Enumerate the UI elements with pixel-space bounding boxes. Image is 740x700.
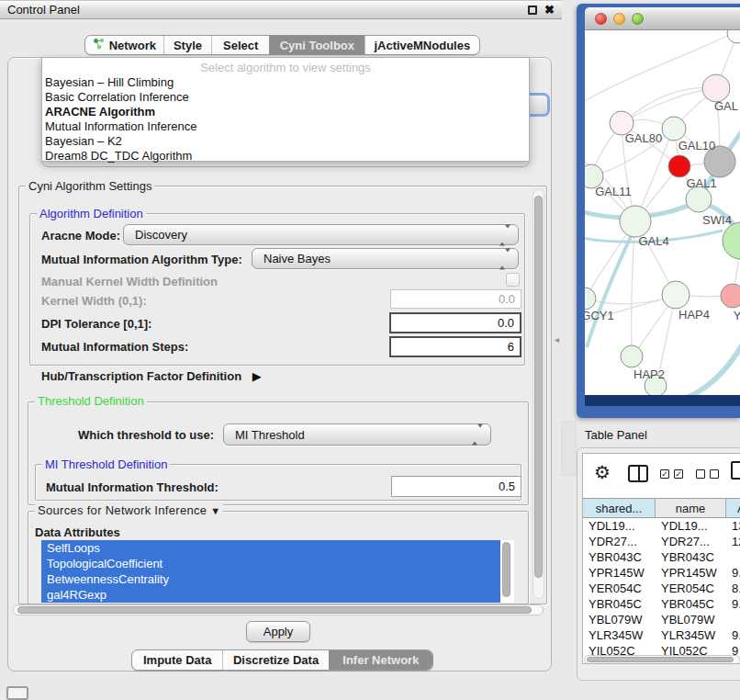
tab-cyni-toolbox[interactable]: Cyni Toolbox xyxy=(269,36,364,54)
tab-impute-data[interactable]: Impute Data xyxy=(132,650,222,670)
minimized-panel-icon[interactable] xyxy=(6,686,28,700)
attribute-item-topologicalcoefficient[interactable]: TopologicalCoefficient xyxy=(41,556,500,571)
table-row[interactable]: YER054CYER054C8. xyxy=(583,581,740,596)
document-icon[interactable] xyxy=(731,461,740,480)
combo-spinner-icon xyxy=(472,428,483,442)
algorithm-item-aracne-algorithm[interactable]: ARACNE Algorithm xyxy=(42,105,529,119)
table-row[interactable]: YDL19...YDL19...13 xyxy=(583,518,740,534)
table-cell: YIL052C xyxy=(589,643,656,655)
algorithm-list: Bayesian – Hill ClimbingBasic Correlatio… xyxy=(42,75,529,164)
network-window-titlebar[interactable] xyxy=(585,7,740,30)
column-header-name[interactable]: name xyxy=(656,498,726,518)
settings-scrollbar-thumb[interactable] xyxy=(534,196,543,578)
apply-button[interactable]: Apply xyxy=(246,621,310,642)
network-node[interactable] xyxy=(621,345,643,367)
unchecked-column-icon[interactable] xyxy=(710,469,719,479)
attribute-item-betweennesscentrality[interactable]: BetweennessCentrality xyxy=(41,571,500,587)
table-hscrollbar-track[interactable] xyxy=(584,655,740,664)
network-node[interactable] xyxy=(585,288,596,310)
algorithm-item-bayesian-hill-climbing[interactable]: Bayesian – Hill Climbing xyxy=(42,75,529,90)
minimize-traffic-light-icon[interactable] xyxy=(613,13,625,25)
tab-network[interactable]: Network xyxy=(85,36,163,54)
network-window: GALGAL80GAL10GAL1GAL11SWI4GAL4GCY1HAP4YH… xyxy=(577,4,740,418)
algorithm-item-bayesian-k2[interactable]: Bayesian – K2 xyxy=(42,134,529,149)
collapse-arrow-icon[interactable]: ▼ xyxy=(210,505,220,516)
table-hscrollbar-thumb[interactable] xyxy=(587,657,734,662)
table-cell: YLR345W xyxy=(589,627,656,643)
combo-spinner-icon xyxy=(499,228,510,242)
attributes-scrollbar-thumb[interactable] xyxy=(502,542,510,597)
kernel-width-field[interactable]: 0.0 xyxy=(390,289,521,309)
mi-type-label: Mutual Information Algorithm Type: xyxy=(41,253,242,266)
manual-kernel-checkbox[interactable] xyxy=(506,273,520,287)
settings-hscrollbar-track[interactable] xyxy=(13,604,544,615)
network-node-label: GAL10 xyxy=(678,139,715,152)
float-window-icon[interactable] xyxy=(528,6,537,15)
gear-icon[interactable]: ⚙ xyxy=(594,463,611,481)
algorithm-item-dream8-dc-tdc-algorithm[interactable]: Dream8 DC_TDC Algorithm xyxy=(42,149,529,164)
table-cell: YBL079W xyxy=(589,612,656,627)
unchecked-column-icon[interactable] xyxy=(696,469,705,479)
network-node[interactable] xyxy=(662,281,690,309)
mi-type-combo[interactable]: Naive Bayes xyxy=(252,248,519,269)
tab-discretize-data[interactable]: Discretize Data xyxy=(222,650,328,670)
table-cell: YDR27... xyxy=(589,534,656,549)
zoom-traffic-light-icon[interactable] xyxy=(632,13,644,25)
splitter-collapse-icon[interactable]: ◂ xyxy=(555,334,559,344)
tab-select[interactable]: Select xyxy=(211,36,269,54)
expand-arrow-icon[interactable]: ▶ xyxy=(252,369,262,383)
mi-steps-field[interactable]: 6 xyxy=(389,336,521,357)
network-node-label: GAL xyxy=(714,99,738,113)
network-node[interactable] xyxy=(668,155,690,177)
checked-column-icon[interactable]: ✓ xyxy=(674,469,683,479)
table-panel-title: Table Panel xyxy=(585,428,647,442)
table-cell: YBR043C xyxy=(661,549,726,565)
mi-threshold-field[interactable]: 0.5 xyxy=(391,476,521,497)
close-icon[interactable]: ✖ xyxy=(544,6,555,15)
network-edge xyxy=(663,333,740,395)
network-node[interactable] xyxy=(702,74,730,102)
aracne-mode-combo[interactable]: Discovery xyxy=(123,224,519,245)
network-node[interactable] xyxy=(721,284,740,308)
network-node[interactable] xyxy=(686,186,712,212)
hub-definition-row[interactable]: Hub/Transcription Factor Definition ▶ xyxy=(41,369,262,384)
which-threshold-combo[interactable]: MI Threshold xyxy=(223,423,491,446)
tab-style[interactable]: Style xyxy=(163,36,212,54)
table-row[interactable]: YPR145WYPR145W9. xyxy=(583,565,740,581)
network-edge xyxy=(587,225,636,347)
table-row[interactable]: YIL052CYIL052C9 xyxy=(583,643,740,655)
attribute-item-selfloops[interactable]: SelfLoops xyxy=(41,540,500,556)
algorithm-item-basic-correlation-inference[interactable]: Basic Correlation Inference xyxy=(42,90,529,105)
network-node[interactable] xyxy=(723,222,740,259)
network-node-label: GAL11 xyxy=(595,185,632,198)
column-header-a[interactable]: A xyxy=(726,498,740,518)
mi-threshold-label: Mutual Information Threshold: xyxy=(46,480,219,494)
tab-jactivemnodules[interactable]: jActiveMNodules xyxy=(364,36,479,54)
network-node[interactable] xyxy=(620,206,651,237)
network-canvas[interactable]: GALGAL80GAL10GAL1GAL11SWI4GAL4GCY1HAP4YH… xyxy=(585,30,740,395)
settings-scrollbar-track[interactable] xyxy=(533,189,544,599)
table-row[interactable]: YBR045CYBR045C9. xyxy=(583,596,740,612)
algorithm-item-mutual-information-inference[interactable]: Mutual Information Inference xyxy=(42,119,529,134)
attribute-item-gal4rgexp[interactable]: gal4RGexp xyxy=(41,587,500,603)
data-attributes-list: SelfLoopsTopologicalCoefficientBetweenne… xyxy=(41,540,514,603)
split-view-icon[interactable] xyxy=(628,465,648,482)
network-node[interactable] xyxy=(727,30,740,43)
network-node[interactable] xyxy=(662,117,686,141)
close-traffic-light-icon[interactable] xyxy=(595,13,607,25)
table-row[interactable]: YLR345WYLR345W9. xyxy=(583,627,740,643)
settings-hscrollbar-thumb[interactable] xyxy=(17,606,532,614)
network-window-bottom-bar xyxy=(585,395,740,406)
table-row[interactable]: YBL079WYBL079W xyxy=(583,612,740,627)
aracne-mode-value: Discovery xyxy=(135,228,187,242)
tab-label: Impute Data xyxy=(143,653,211,667)
tab-infer-network[interactable]: Infer Network xyxy=(329,650,432,670)
sources-title-text: Sources for Network Inference xyxy=(38,503,207,517)
table-row[interactable]: YBR043CYBR043C xyxy=(583,549,740,565)
table-row[interactable]: YDR27...YDR27...12 xyxy=(583,534,740,549)
checked-column-icon[interactable]: ✓ xyxy=(660,469,669,479)
panel-splitter-handle[interactable] xyxy=(561,421,577,476)
column-header-shared[interactable]: shared... xyxy=(583,498,656,518)
dpi-tolerance-field[interactable]: 0.0 xyxy=(389,312,521,333)
table-cell: 13 xyxy=(732,518,740,534)
